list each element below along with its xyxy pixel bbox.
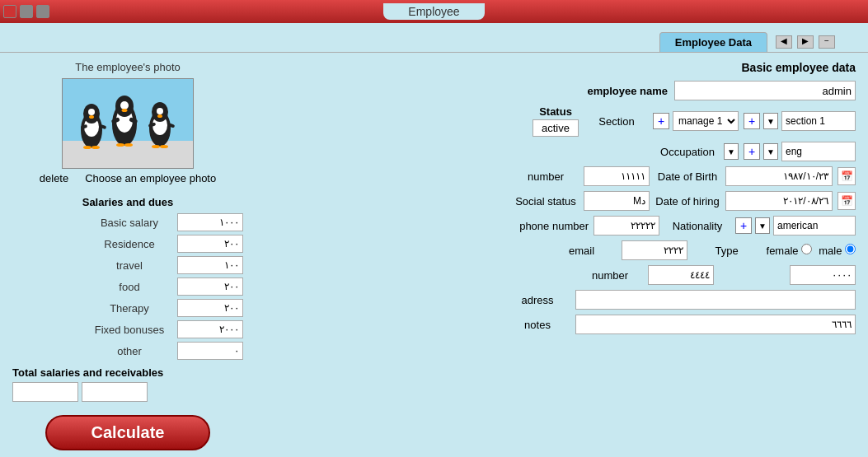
salary-label-6: other bbox=[88, 345, 171, 357]
occ-dropdown-arrow-2[interactable]: ▼ bbox=[763, 143, 778, 160]
email-input[interactable] bbox=[622, 240, 687, 260]
total-input-2[interactable] bbox=[82, 382, 148, 402]
salaries-title: Salaries and dues bbox=[12, 196, 243, 208]
tab-minus-button[interactable]: − bbox=[819, 35, 835, 49]
number-input[interactable] bbox=[648, 265, 714, 285]
delete-link[interactable]: delete bbox=[40, 172, 68, 184]
salary-input-5[interactable] bbox=[177, 320, 243, 338]
nat-label: Nationality bbox=[664, 220, 730, 232]
dob-number-label: number bbox=[513, 170, 579, 183]
email-label: email bbox=[549, 245, 615, 257]
svg-point-15 bbox=[122, 109, 128, 112]
dob-input[interactable] bbox=[725, 166, 833, 186]
section-status-row: Status active Section + manage 1 + ▼ bbox=[466, 105, 856, 137]
female-option[interactable]: female bbox=[767, 244, 813, 257]
doh-calendar-button[interactable]: 📅 bbox=[838, 192, 856, 210]
nationality-row: phone number Nationality + ▼ bbox=[466, 216, 856, 235]
phone-input[interactable] bbox=[594, 216, 659, 235]
salary-input-6[interactable] bbox=[177, 342, 243, 360]
emp-name-row: employee name bbox=[466, 81, 856, 100]
emp-name-input[interactable] bbox=[674, 81, 856, 100]
photo-box bbox=[62, 78, 194, 169]
salary-label-0: Basic salary bbox=[88, 217, 171, 229]
tab-next-button[interactable]: ▶ bbox=[797, 35, 814, 49]
salary-rows: Basic salary Residence travel food Thera… bbox=[12, 213, 243, 360]
occ-add-button[interactable]: + bbox=[744, 143, 760, 160]
svg-point-27 bbox=[91, 146, 100, 149]
salary-row: travel bbox=[12, 256, 243, 274]
svg-point-7 bbox=[89, 115, 94, 119]
emp-name-label: employee name bbox=[587, 85, 668, 97]
male-radio[interactable] bbox=[845, 244, 856, 254]
salary-row: other bbox=[12, 342, 243, 360]
salary-input-2[interactable] bbox=[177, 256, 243, 274]
photo-svg bbox=[63, 79, 194, 169]
type-row: email Type female male bbox=[466, 240, 856, 260]
status-label: Status bbox=[539, 105, 572, 118]
nat-add-button[interactable]: + bbox=[735, 217, 752, 234]
dob-calendar-button[interactable]: 📅 bbox=[838, 167, 856, 185]
svg-point-14 bbox=[120, 101, 129, 110]
total-section: Total salaries and receivables bbox=[12, 366, 243, 402]
photo-label: The employee's photo bbox=[12, 61, 243, 73]
window-controls[interactable] bbox=[3, 5, 49, 18]
photo-actions: delete Choose an employee photo bbox=[12, 172, 243, 184]
minimize-button[interactable] bbox=[20, 5, 33, 18]
female-radio[interactable] bbox=[801, 244, 812, 254]
number2-input[interactable] bbox=[790, 265, 856, 285]
occ-dropdown-arrow[interactable]: ▼ bbox=[724, 143, 739, 160]
dob-number-input[interactable] bbox=[584, 166, 650, 186]
maximize-button[interactable] bbox=[36, 5, 49, 18]
svg-point-22 bbox=[157, 108, 163, 114]
window-title: Employee bbox=[383, 3, 484, 20]
calculate-button[interactable]: Calculate bbox=[45, 415, 210, 450]
choose-photo-link[interactable]: Choose an employee photo bbox=[85, 172, 216, 184]
section-dropdown-arrow[interactable]: ▼ bbox=[763, 113, 778, 129]
section-add-button[interactable]: + bbox=[653, 113, 669, 129]
section-add-button-2[interactable]: + bbox=[744, 113, 760, 129]
salary-label-5: Fixed bonuses bbox=[88, 324, 171, 336]
total-input-row bbox=[12, 382, 243, 402]
tab-controls[interactable]: ◀ ▶ − bbox=[776, 35, 835, 49]
manage-select[interactable]: manage 1 bbox=[673, 111, 739, 131]
close-button[interactable] bbox=[3, 5, 16, 18]
active-status: active bbox=[533, 119, 579, 137]
svg-point-6 bbox=[88, 109, 95, 115]
salary-row: Therapy bbox=[12, 299, 243, 317]
svg-point-29 bbox=[124, 143, 133, 147]
nationality-input[interactable] bbox=[773, 216, 856, 235]
occupation-label: Occupation bbox=[655, 146, 720, 158]
occupation-input[interactable] bbox=[781, 142, 856, 161]
mid-panel bbox=[256, 53, 453, 457]
basic-data-header: Basic employee data bbox=[466, 61, 856, 74]
number-row: number bbox=[466, 265, 856, 285]
male-option[interactable]: male bbox=[819, 244, 856, 257]
address-input[interactable] bbox=[575, 290, 856, 310]
nat-dropdown-arrow[interactable]: ▼ bbox=[755, 217, 770, 234]
salary-input-1[interactable] bbox=[177, 235, 243, 253]
photo-section: The employee's photo bbox=[12, 61, 243, 184]
salary-label-1: Residence bbox=[88, 238, 171, 250]
left-panel: The employee's photo bbox=[0, 53, 256, 457]
phone-label: phone number bbox=[519, 220, 589, 232]
notes-label: notes bbox=[504, 319, 570, 331]
section-input[interactable] bbox=[781, 111, 856, 131]
total-input-1[interactable] bbox=[12, 382, 78, 402]
doh-input[interactable] bbox=[725, 191, 833, 211]
tab-employee-data[interactable]: Employee Data bbox=[659, 32, 767, 52]
salary-input-3[interactable] bbox=[177, 277, 243, 296]
salary-input-4[interactable] bbox=[177, 299, 243, 317]
title-bar: Employee bbox=[0, 0, 868, 23]
tab-prev-button[interactable]: ◀ bbox=[776, 35, 792, 49]
address-row: adress bbox=[466, 290, 856, 310]
occupation-row: Occupation ▼ + ▼ bbox=[466, 142, 856, 161]
salary-row: Fixed bonuses bbox=[12, 320, 243, 338]
notes-input[interactable] bbox=[575, 315, 856, 334]
salary-row: Residence bbox=[12, 235, 243, 253]
salary-row: Basic salary bbox=[12, 213, 243, 231]
social-input[interactable] bbox=[584, 191, 650, 211]
salary-row: food bbox=[12, 277, 243, 296]
type-label: Type bbox=[694, 245, 760, 257]
salary-label-4: Therapy bbox=[88, 302, 171, 315]
salary-input-0[interactable] bbox=[177, 213, 243, 231]
